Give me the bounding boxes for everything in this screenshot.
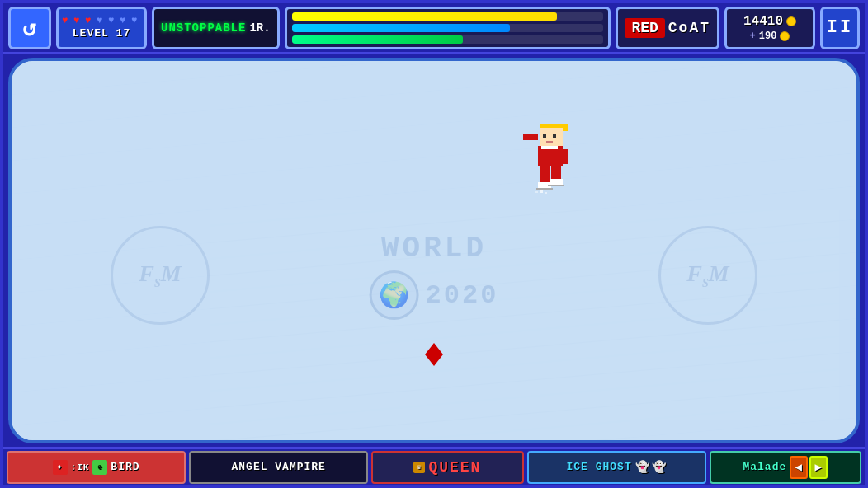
coin-icon-2 bbox=[780, 31, 790, 41]
arrow-left-button[interactable]: ◀ bbox=[790, 456, 808, 479]
world-globe: 🌍 bbox=[370, 270, 419, 320]
character-slot-angel-vampire[interactable]: ANGEL VAMPIRE bbox=[189, 451, 368, 484]
heart-1: ♥ bbox=[62, 16, 72, 26]
fire-bird-green-icon: e bbox=[92, 460, 107, 475]
progress-bar-2 bbox=[292, 24, 604, 32]
character-slot-queen[interactable]: ♛ QUEEN bbox=[371, 451, 523, 484]
hearts-row: ♥ ♥ ♥ ♥ ♥ ♥ ♥ bbox=[62, 16, 141, 26]
game-area: FSM FSM WORLD 🌍 2020 bbox=[8, 58, 860, 443]
score-value: 14410 bbox=[743, 14, 783, 29]
char-name-red: RED bbox=[625, 18, 664, 38]
bar2-fill bbox=[292, 24, 510, 32]
svg-rect-10 bbox=[523, 134, 538, 140]
arrow-right-button[interactable]: ▶ bbox=[809, 456, 828, 479]
bottom-hud: ♦ :IK e BIRD ANGEL VAMPIRE ♛ QUEEN ICE G… bbox=[3, 447, 865, 485]
heart-7: ♥ bbox=[131, 16, 141, 26]
bar3-fill bbox=[292, 35, 464, 44]
progress-bars bbox=[285, 7, 611, 49]
skater-character bbox=[523, 123, 573, 205]
svg-rect-18 bbox=[548, 185, 564, 186]
svg-rect-19 bbox=[540, 190, 543, 193]
queen-icon: ♛ bbox=[413, 462, 425, 473]
heart-5: ♥ bbox=[108, 16, 118, 26]
combo-rank: 1R. bbox=[249, 21, 270, 35]
svg-rect-20 bbox=[545, 192, 547, 194]
score-box: 14410 + 190 bbox=[724, 7, 815, 49]
slot1-bird-label: BIRD bbox=[111, 461, 139, 473]
svg-rect-21 bbox=[535, 191, 538, 193]
fsm-logo-right: FSM bbox=[658, 226, 757, 325]
slot1-label: :IK bbox=[71, 462, 90, 472]
character-slot-malade[interactable]: Malade ◀ ▶ bbox=[710, 451, 861, 484]
svg-rect-13 bbox=[540, 166, 550, 184]
fsm-right-text: FSM bbox=[686, 260, 729, 290]
world-year: 2020 bbox=[426, 280, 499, 311]
fire-bird-red-icon: ♦ bbox=[53, 460, 68, 475]
coin-icon bbox=[786, 16, 796, 26]
score-plus: + bbox=[750, 30, 756, 42]
heart-3: ♥ bbox=[85, 16, 95, 26]
skater-sprite bbox=[523, 123, 577, 209]
svg-rect-8 bbox=[546, 141, 553, 143]
svg-rect-16 bbox=[550, 179, 563, 185]
slot2-label: ANGEL VAMPIRE bbox=[232, 461, 326, 473]
fsm-left-text: FSM bbox=[139, 260, 181, 290]
character-name-box: RED CoAT bbox=[616, 7, 719, 49]
level-label: LEVEL 17 bbox=[73, 27, 130, 40]
score-bottom: + 190 bbox=[750, 30, 790, 42]
score-sub: 190 bbox=[759, 30, 777, 42]
combo-box: UNSTOPPABLE 1R. bbox=[152, 7, 280, 49]
svg-rect-3 bbox=[540, 124, 563, 128]
heart-4: ♥ bbox=[97, 16, 106, 26]
level-box: ♥ ♥ ♥ ♥ ♥ ♥ ♥ LEVEL 17 bbox=[56, 7, 147, 49]
svg-rect-7 bbox=[553, 134, 556, 138]
svg-rect-6 bbox=[543, 134, 546, 138]
score-top: 14410 bbox=[743, 14, 796, 29]
pause-icon: II bbox=[827, 17, 853, 38]
char-name-coat: CoAT bbox=[668, 20, 710, 36]
combo-text: UNSTOPPABLE bbox=[161, 21, 246, 35]
world-logo: WORLD 🌍 2020 bbox=[370, 234, 499, 323]
slot3-label: QUEEN bbox=[428, 459, 481, 476]
progress-bar-1 bbox=[292, 12, 604, 21]
svg-rect-12 bbox=[541, 146, 558, 149]
arrow-controls: ◀ ▶ bbox=[790, 456, 828, 479]
slot4-label: ICE GHOST bbox=[567, 461, 632, 473]
slot5-label: Malade bbox=[743, 461, 786, 473]
bar1-fill bbox=[292, 12, 557, 21]
fsm-logo-left: FSM bbox=[111, 226, 210, 325]
heart-2: ♥ bbox=[73, 16, 83, 26]
svg-rect-11 bbox=[563, 149, 568, 164]
character-slot-fire-bird[interactable]: ♦ :IK e BIRD bbox=[7, 451, 186, 484]
ghost-icons: 👻 👻 bbox=[635, 460, 667, 474]
world-text: WORLD bbox=[370, 234, 499, 264]
restart-button[interactable]: ↺ bbox=[8, 7, 51, 49]
heart-6: ♥ bbox=[120, 16, 130, 26]
svg-rect-14 bbox=[551, 166, 561, 181]
game-container: ↺ ♥ ♥ ♥ ♥ ♥ ♥ ♥ LEVEL 17 UNSTOPPABLE 1R. bbox=[0, 0, 868, 488]
svg-rect-17 bbox=[536, 188, 553, 190]
top-hud: ↺ ♥ ♥ ♥ ♥ ♥ ♥ ♥ LEVEL 17 UNSTOPPABLE 1R. bbox=[3, 3, 865, 54]
progress-bar-3 bbox=[292, 35, 604, 44]
pause-button[interactable]: II bbox=[820, 7, 860, 49]
restart-icon: ↺ bbox=[23, 14, 37, 42]
character-slot-ice-ghost[interactable]: ICE GHOST 👻 👻 bbox=[527, 451, 706, 484]
